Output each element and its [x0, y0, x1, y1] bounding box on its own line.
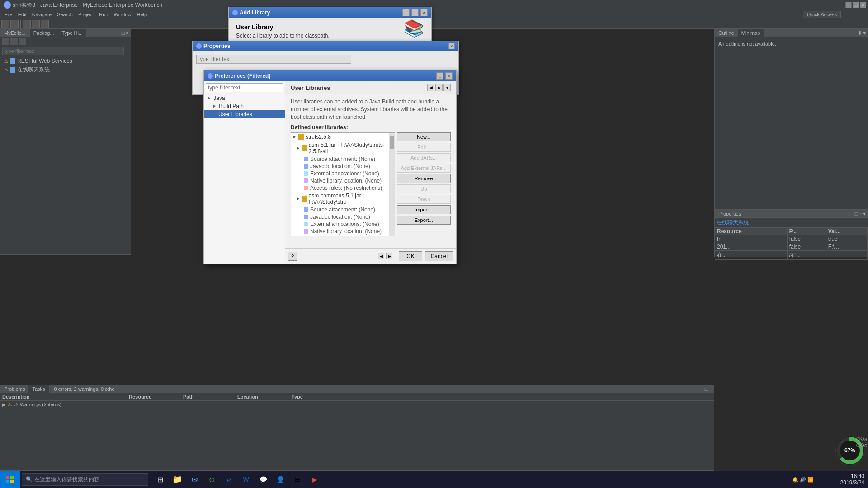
- panel-maximize-icon[interactable]: □: [122, 30, 125, 36]
- add-external-btn[interactable]: Add External JARs...: [397, 164, 451, 173]
- filter-input[interactable]: [2, 47, 124, 55]
- back-btn[interactable]: ◀: [427, 84, 434, 91]
- menu-run[interactable]: Run: [96, 12, 111, 17]
- pref-tree-java[interactable]: Java: [204, 94, 285, 102]
- cancel-btn[interactable]: Cancel: [425, 251, 453, 261]
- menu-navigate[interactable]: Navigate: [29, 12, 54, 17]
- prop-dialog-filter[interactable]: [196, 55, 351, 64]
- add-library-close-btn[interactable]: ×: [420, 9, 428, 16]
- prop-maximize-icon[interactable]: □: [855, 211, 858, 217]
- tree-item-restful[interactable]: ⚠ RESTful Web Services: [2, 57, 129, 65]
- panel-minimize-icon[interactable]: −: [118, 30, 121, 36]
- remove-btn[interactable]: Remove: [397, 174, 451, 183]
- tab-package[interactable]: Packag...: [30, 29, 58, 37]
- quick-access-btn[interactable]: Quick Access: [803, 11, 841, 18]
- footer-left-arrow[interactable]: ◀: [378, 253, 384, 259]
- toolbar-btn-1[interactable]: [1, 20, 9, 28]
- word-btn[interactable]: W: [238, 471, 254, 488]
- menu-project[interactable]: Project: [75, 12, 96, 17]
- close-btn[interactable]: ×: [860, 2, 866, 8]
- asm-ext-ann[interactable]: External annotations: (None): [291, 170, 395, 177]
- pref-maximize-btn[interactable]: □: [436, 72, 443, 80]
- asm-access[interactable]: Access rules: (No restrictions): [291, 184, 395, 192]
- add-jars-btn[interactable]: Add JARs...: [397, 153, 451, 162]
- commons-javadoc[interactable]: Javadoc location: (None): [291, 213, 395, 221]
- commons-access[interactable]: Access rules: (No restrictions): [291, 235, 395, 236]
- properties-panel: Properties □ − ▾ 在线聊天系统 Resource P... Va…: [714, 210, 868, 257]
- prop-dialog-close[interactable]: ×: [448, 43, 455, 49]
- ok-btn[interactable]: OK: [399, 251, 422, 261]
- panel-close-icon[interactable]: ×: [126, 30, 129, 36]
- wechat-btn[interactable]: 💬: [255, 471, 271, 488]
- commons-ext[interactable]: External annotations: (None): [291, 221, 395, 228]
- panel-menu-icon[interactable]: [19, 38, 26, 45]
- footer-right-arrow[interactable]: ▶: [386, 253, 392, 259]
- pref-tree-build-path[interactable]: Build Path: [204, 102, 285, 110]
- nav-down-btn[interactable]: ▾: [443, 84, 451, 91]
- edit-btn[interactable]: Edit...: [397, 143, 451, 152]
- toolbar-btn-2[interactable]: [10, 20, 19, 28]
- prop-minimize-icon[interactable]: −: [859, 211, 862, 217]
- problems-max-icon[interactable]: □: [705, 386, 708, 392]
- down-btn[interactable]: Down: [397, 195, 451, 204]
- tab-outline[interactable]: Outline: [715, 29, 738, 37]
- fwd-btn[interactable]: ▶: [435, 84, 443, 91]
- tab-problems[interactable]: Problems: [0, 385, 28, 393]
- tree-item-chat[interactable]: ⚠ 在线聊天系统: [2, 65, 129, 75]
- user-btn[interactable]: 👤: [272, 471, 288, 488]
- pref-lib-list[interactable]: struts2.5.8 asm-5.1.jar - F:\AAStudy\str…: [291, 132, 395, 236]
- tiles-btn[interactable]: ⊞: [289, 471, 306, 488]
- tab-properties[interactable]: Properties: [715, 210, 745, 217]
- video-btn[interactable]: ▶: [307, 471, 323, 488]
- lib-struts-item[interactable]: struts2.5.8: [291, 133, 395, 141]
- menu-search[interactable]: Search: [54, 12, 75, 17]
- import-btn[interactable]: Import...: [397, 205, 451, 214]
- taskview-btn[interactable]: ⊞: [152, 471, 168, 488]
- menu-file[interactable]: File: [2, 12, 15, 17]
- menu-edit[interactable]: Edit: [15, 12, 29, 17]
- expand-icon[interactable]: ▶: [2, 402, 6, 407]
- commons-native[interactable]: Native library location: (None): [291, 228, 395, 235]
- email-btn[interactable]: ✉: [186, 471, 203, 488]
- ie-btn[interactable]: ℯ: [221, 471, 237, 488]
- asm-commons-item[interactable]: asm-commons-5.1.jar - F:\AAStudy\stru: [291, 192, 395, 206]
- add-library-max-btn[interactable]: □: [411, 9, 419, 16]
- tab-minimap[interactable]: Minimap: [738, 29, 764, 37]
- tab-tasks[interactable]: Tasks: [28, 385, 48, 393]
- minimize-btn[interactable]: _: [845, 2, 852, 8]
- panel-settings-icon[interactable]: [10, 38, 18, 45]
- pref-filter-input[interactable]: [206, 83, 283, 92]
- export-btn[interactable]: Export...: [397, 216, 451, 225]
- maximize-btn[interactable]: □: [853, 2, 859, 8]
- toolbar-btn-4[interactable]: [32, 20, 40, 28]
- toolbar-btn-3[interactable]: [23, 20, 31, 28]
- add-library-min-btn[interactable]: _: [402, 9, 410, 16]
- up-btn[interactable]: Up: [397, 184, 451, 193]
- prop-dialog-title-label: Properties: [203, 43, 230, 49]
- taskbar-search[interactable]: 🔍 在这里输入你要搜索的内容: [22, 473, 148, 486]
- pref-tree-user-libs[interactable]: User Libraries: [204, 110, 285, 118]
- outline-minimize-icon[interactable]: −: [854, 30, 857, 36]
- lib-list-scrollbar[interactable]: [389, 133, 395, 236]
- asm-native[interactable]: Native library location: (None): [291, 177, 395, 184]
- outline-menu-icon[interactable]: ▾: [863, 30, 866, 36]
- menu-help[interactable]: Help: [134, 12, 150, 17]
- toolbar-btn-5[interactable]: [41, 20, 49, 28]
- asm-jar-item[interactable]: asm-5.1.jar - F:\AAStudy\struts-2.5.8-al…: [291, 141, 395, 155]
- problems-min-icon[interactable]: −: [709, 386, 712, 392]
- explorer-btn[interactable]: 📁: [169, 471, 185, 488]
- tab-type-hi[interactable]: Type Hi...: [58, 29, 86, 37]
- start-btn[interactable]: [0, 471, 20, 488]
- asm-javadoc[interactable]: Javadoc location: (None): [291, 163, 395, 170]
- outline-collapse-icon[interactable]: ⬇: [858, 30, 862, 36]
- pref-close-btn[interactable]: ×: [445, 72, 453, 80]
- prop-menu-icon[interactable]: ▾: [863, 211, 866, 217]
- commons-src[interactable]: Source attachment: (None): [291, 206, 395, 213]
- tab-myeclipse[interactable]: MyEclip...: [0, 29, 30, 37]
- new-btn[interactable]: New...: [397, 132, 451, 141]
- chrome-btn[interactable]: ⊙: [203, 471, 220, 488]
- help-btn[interactable]: ?: [288, 252, 297, 261]
- asm-src[interactable]: Source attachment: (None): [291, 155, 395, 163]
- panel-new-icon[interactable]: [2, 38, 9, 45]
- menu-window[interactable]: Window: [111, 12, 134, 17]
